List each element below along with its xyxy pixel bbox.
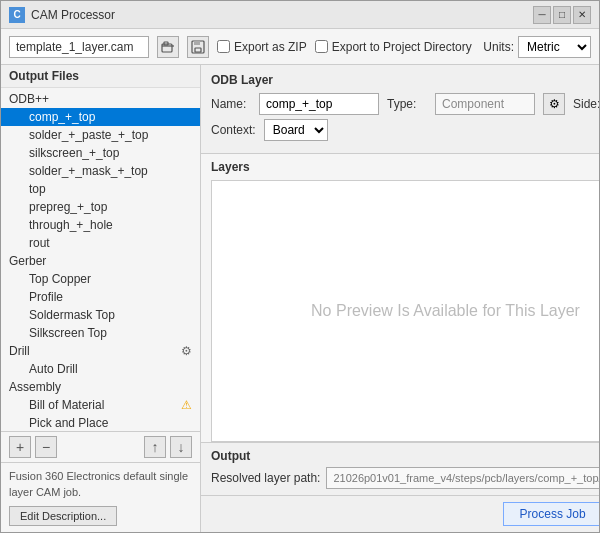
type-label: Type: [387, 97, 427, 111]
minimize-button[interactable]: ─ [533, 6, 551, 24]
bottom-bar: Process Job Cancel [201, 495, 599, 532]
resolved-layer-label: Resolved layer path: [211, 471, 320, 485]
left-panel: Output Files ODB++ comp_+_top solder_+_p… [1, 65, 201, 532]
tree-item-top[interactable]: top [1, 180, 200, 198]
no-preview-text: No Preview Is Available for This Layer [311, 302, 580, 320]
drill-settings-icon[interactable]: ⚙ [181, 344, 192, 358]
save-file-button[interactable] [187, 36, 209, 58]
title-bar-left: C CAM Processor [9, 7, 115, 23]
type-settings-icon[interactable]: ⚙ [543, 93, 565, 115]
tree-item-solder-mask-top[interactable]: solder_+_mask_+_top [1, 162, 200, 180]
tree-item-soldermask-top[interactable]: Soldermask Top [1, 306, 200, 324]
export-project-checkbox[interactable] [315, 40, 328, 53]
odb-group-label: ODB++ [1, 90, 200, 108]
odb-layer-title: ODB Layer [211, 73, 599, 87]
tree-item-through-hole[interactable]: through_+_hole [1, 216, 200, 234]
drill-group-label: Drill [9, 344, 30, 358]
export-project-group: Export to Project Directory [315, 40, 472, 54]
maximize-button[interactable]: □ [553, 6, 571, 24]
bill-of-material-row: Bill of Material ⚠ [1, 396, 200, 414]
app-icon: C [9, 7, 25, 23]
tree-item-rout[interactable]: rout [1, 234, 200, 252]
cam-processor-window: C CAM Processor ─ □ ✕ Export as ZIP Expo… [0, 0, 600, 533]
svg-rect-3 [194, 41, 200, 45]
edit-description-button[interactable]: Edit Description... [9, 506, 117, 526]
output-row: Resolved layer path: [211, 467, 599, 489]
tree-container: ODB++ comp_+_top solder_+_paste_+_top si… [1, 88, 200, 431]
name-input[interactable] [259, 93, 379, 115]
context-label: Context: [211, 123, 256, 137]
process-job-button[interactable]: Process Job [503, 502, 599, 526]
title-bar: C CAM Processor ─ □ ✕ [1, 1, 599, 29]
odb-context-row: Context: Board Signal [211, 119, 599, 141]
title-bar-buttons: ─ □ ✕ [533, 6, 591, 24]
context-select[interactable]: Board Signal [264, 119, 328, 141]
open-file-button[interactable] [157, 36, 179, 58]
tree-item-comp-top[interactable]: comp_+_top [1, 108, 200, 126]
remove-button[interactable]: − [35, 436, 57, 458]
resolved-path-input [326, 467, 599, 489]
right-panel: ODB Layer Name: Type: ⚙ Side: Top Bottom… [201, 65, 599, 532]
type-input [435, 93, 535, 115]
odb-layer-section: ODB Layer Name: Type: ⚙ Side: Top Bottom… [201, 65, 599, 154]
units-select[interactable]: Metric Imperial [518, 36, 591, 58]
left-toolbar: + − ↑ ↓ [1, 431, 200, 462]
main-content: Output Files ODB++ comp_+_top solder_+_p… [1, 65, 599, 532]
close-button[interactable]: ✕ [573, 6, 591, 24]
odb-name-row: Name: Type: ⚙ Side: Top Bottom [211, 93, 599, 115]
export-project-label: Export to Project Directory [332, 40, 472, 54]
name-label: Name: [211, 97, 251, 111]
tree-item-solder-paste-top[interactable]: solder_+_paste_+_top [1, 126, 200, 144]
tree-item-profile[interactable]: Profile [1, 288, 200, 306]
toolbar: Export as ZIP Export to Project Director… [1, 29, 599, 65]
tree-item-silkscreen-gerber[interactable]: Silkscreen Top [1, 324, 200, 342]
export-zip-label: Export as ZIP [234, 40, 307, 54]
tree-item-prepreg-top[interactable]: prepreg_+_top [1, 198, 200, 216]
filename-input[interactable] [9, 36, 149, 58]
tree-item-auto-drill[interactable]: Auto Drill [1, 360, 200, 378]
move-up-button[interactable]: ↑ [144, 436, 166, 458]
units-group: Units: Metric Imperial [483, 36, 591, 58]
drill-header: Drill ⚙ [1, 342, 200, 360]
assembly-group-label: Assembly [1, 378, 200, 396]
add-button[interactable]: + [9, 436, 31, 458]
units-label: Units: [483, 40, 514, 54]
gerber-group-label: Gerber [1, 252, 200, 270]
description-area: Fusion 360 Electronics default single la… [1, 462, 200, 532]
tree-item-top-copper[interactable]: Top Copper [1, 270, 200, 288]
output-title: Output [211, 449, 599, 463]
output-section: Output Resolved layer path: [201, 442, 599, 495]
window-title: CAM Processor [31, 8, 115, 22]
tree-item-bom[interactable]: Bill of Material [29, 398, 104, 412]
output-files-header: Output Files [1, 65, 200, 88]
tree-item-pick-place[interactable]: Pick and Place [1, 414, 200, 431]
tree-item-silkscreen-top[interactable]: silkscreen_+_top [1, 144, 200, 162]
side-label: Side: [573, 97, 599, 111]
export-zip-group: Export as ZIP [217, 40, 307, 54]
layers-section-label: Layers [201, 154, 599, 180]
warning-icon: ⚠ [181, 398, 192, 412]
export-zip-checkbox[interactable] [217, 40, 230, 53]
svg-rect-4 [195, 48, 201, 52]
description-text: Fusion 360 Electronics default single la… [9, 469, 192, 500]
move-down-button[interactable]: ↓ [170, 436, 192, 458]
preview-area: No Preview Is Available for This Layer [211, 180, 599, 442]
